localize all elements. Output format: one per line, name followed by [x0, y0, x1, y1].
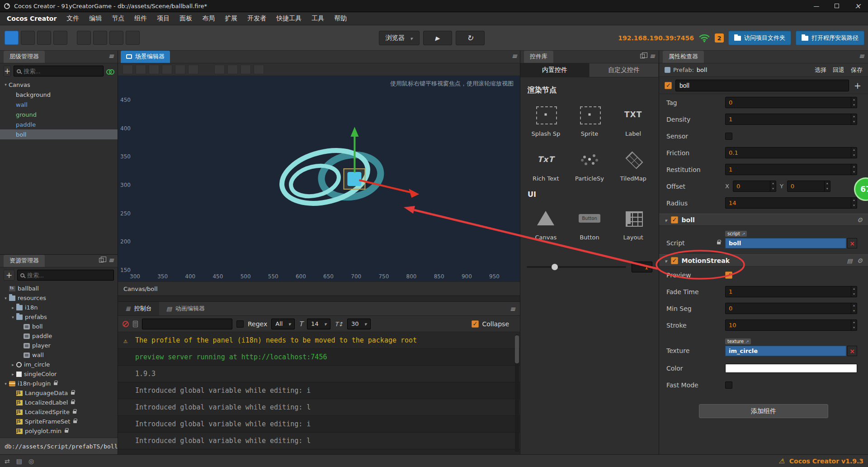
asset-node[interactable]: ▾ prefabs: [0, 312, 118, 322]
widget-item[interactable]: TiledMap: [612, 149, 655, 182]
preview-checkbox[interactable]: [725, 272, 732, 279]
rect-tool-icon[interactable]: [53, 31, 67, 45]
tab-animation-editor[interactable]: 动画编辑器: [159, 302, 212, 315]
font-size-select[interactable]: 14: [307, 319, 330, 329]
gear-icon[interactable]: [857, 256, 863, 265]
asset-node[interactable]: LanguageData: [0, 388, 118, 398]
open-log-file-icon[interactable]: [133, 321, 138, 327]
assets-search-input[interactable]: [27, 272, 113, 279]
menu-item[interactable]: 项目: [152, 12, 175, 25]
tab-scene-editor[interactable]: 场景编辑器: [121, 51, 170, 63]
gizmo-x-arrowhead[interactable]: [409, 189, 419, 198]
menu-item[interactable]: Cocos Creator: [2, 12, 61, 25]
grid-toggle-icon[interactable]: [93, 31, 107, 45]
refresh-button[interactable]: [456, 31, 485, 45]
gizmo-y-arrowhead[interactable]: [350, 127, 359, 137]
stepper[interactable]: [851, 303, 857, 314]
menu-item[interactable]: 文件: [61, 12, 84, 25]
device-count-badge[interactable]: 2: [715, 33, 724, 43]
widget-item[interactable]: ParticleSy: [568, 149, 611, 182]
tag-input[interactable]: 0: [725, 97, 857, 108]
close-button[interactable]: [847, 0, 868, 12]
hierarchy-node[interactable]: background: [0, 90, 118, 100]
asset-node[interactable]: SpriteFrameSet: [0, 417, 118, 426]
expand-arrow-icon[interactable]: ▾: [3, 296, 9, 300]
console-log-row[interactable]: Introduced global variable while editing…: [118, 416, 520, 433]
expand-arrow-icon[interactable]: ▸: [10, 362, 16, 367]
scrollbar-thumb[interactable]: [515, 335, 519, 363]
offset-y-input[interactable]: 0: [787, 181, 830, 192]
align-top-icon[interactable]: [162, 65, 172, 74]
copy-panel-icon[interactable]: [640, 54, 645, 58]
align-v-center-icon[interactable]: [175, 65, 185, 74]
layers-icon[interactable]: ▤: [16, 457, 22, 465]
play-button[interactable]: [423, 31, 452, 45]
clear-console-icon[interactable]: [123, 321, 129, 327]
fast-mode-checkbox[interactable]: [725, 381, 732, 389]
hierarchy-node[interactable]: ▾ Canvas: [0, 80, 118, 90]
stepper[interactable]: [851, 148, 857, 158]
asset-node[interactable]: ▸ im_circle: [0, 360, 118, 369]
stats-toggle-icon[interactable]: [77, 31, 91, 45]
expand-arrow-icon[interactable]: ▾: [10, 315, 16, 319]
menu-item[interactable]: 工具: [307, 12, 329, 25]
asset-node[interactable]: ▾ i18n-plugin: [0, 379, 118, 388]
console-log-row[interactable]: Introduced global variable while editing…: [118, 433, 520, 449]
hierarchy-node[interactable]: ground: [0, 110, 118, 119]
asset-node[interactable]: ▾ resources: [0, 293, 118, 303]
open-install-path-button[interactable]: 打开程序安装路径: [796, 31, 864, 45]
panel-menu-icon[interactable]: [859, 52, 864, 60]
widget-item[interactable]: Layout: [612, 208, 655, 241]
expand-arrow-icon[interactable]: ▾: [3, 381, 9, 386]
node-active-checkbox[interactable]: [665, 82, 672, 89]
stepper[interactable]: [824, 181, 830, 191]
same-height-icon[interactable]: [254, 65, 264, 74]
breadcrumb[interactable]: Canvas/boll: [118, 281, 520, 295]
component-header-motionstreak[interactable]: MotionStreak: [659, 254, 868, 267]
asset-node[interactable]: ▸ i18n: [0, 303, 118, 312]
panel-menu-icon[interactable]: [649, 52, 655, 60]
log-level-select[interactable]: All: [271, 319, 295, 329]
restitution-input[interactable]: 1: [725, 164, 857, 175]
menu-item[interactable]: 开发者: [242, 12, 271, 25]
script-value-field[interactable]: boll: [725, 238, 846, 248]
widget-item[interactable]: Splash Sp: [524, 104, 567, 137]
copy-panel-icon[interactable]: [99, 258, 104, 262]
remove-script-button[interactable]: ×: [847, 238, 857, 248]
min-seg-input[interactable]: 0: [725, 303, 857, 314]
stepper[interactable]: [851, 114, 857, 124]
align-right-icon[interactable]: [149, 65, 159, 74]
tab-console[interactable]: 控制台: [118, 302, 159, 315]
component-header-boll[interactable]: boll: [659, 214, 868, 226]
minimize-button[interactable]: [806, 0, 826, 12]
stepper[interactable]: [851, 286, 857, 297]
maximize-button[interactable]: [826, 0, 847, 12]
warning-icon[interactable]: [778, 457, 784, 465]
node-name-input[interactable]: [675, 80, 849, 91]
widget-item[interactable]: Button Button: [568, 208, 611, 241]
tab-builtin-widgets[interactable]: 内置控件: [520, 63, 590, 77]
add-button[interactable]: +: [853, 81, 863, 91]
add-component-button[interactable]: 添加组件: [699, 404, 828, 418]
slider-track[interactable]: [527, 266, 626, 268]
menu-item[interactable]: 组件: [129, 12, 152, 25]
prefab-save-button[interactable]: 保存: [851, 66, 863, 74]
component-enabled-checkbox[interactable]: [671, 216, 678, 224]
asset-node[interactable]: LocalizedLabel: [0, 398, 118, 407]
rotate-tool-icon[interactable]: [21, 31, 35, 45]
distribute-v-icon[interactable]: [227, 65, 238, 74]
fade-time-input[interactable]: 1: [725, 286, 857, 297]
panel-menu-icon[interactable]: [108, 256, 114, 264]
component-enabled-checkbox[interactable]: [671, 257, 678, 264]
distribute-h-icon[interactable]: [214, 65, 225, 74]
create-asset-button[interactable]: +: [4, 270, 14, 281]
sensor-checkbox[interactable]: [725, 133, 732, 140]
scene-viewport[interactable]: 使用鼠标右键平移视窗焦点，使用滚轮缩放视图 450400350300250200…: [118, 76, 520, 281]
gear-icon[interactable]: [857, 215, 863, 224]
offset-x-input[interactable]: 0: [733, 181, 776, 192]
align-bottom-icon[interactable]: [188, 65, 198, 74]
menu-item[interactable]: 快捷工具: [271, 12, 307, 25]
asset-node[interactable]: player: [0, 341, 118, 350]
radius-input[interactable]: 14: [725, 197, 857, 209]
stepper[interactable]: [851, 320, 857, 330]
